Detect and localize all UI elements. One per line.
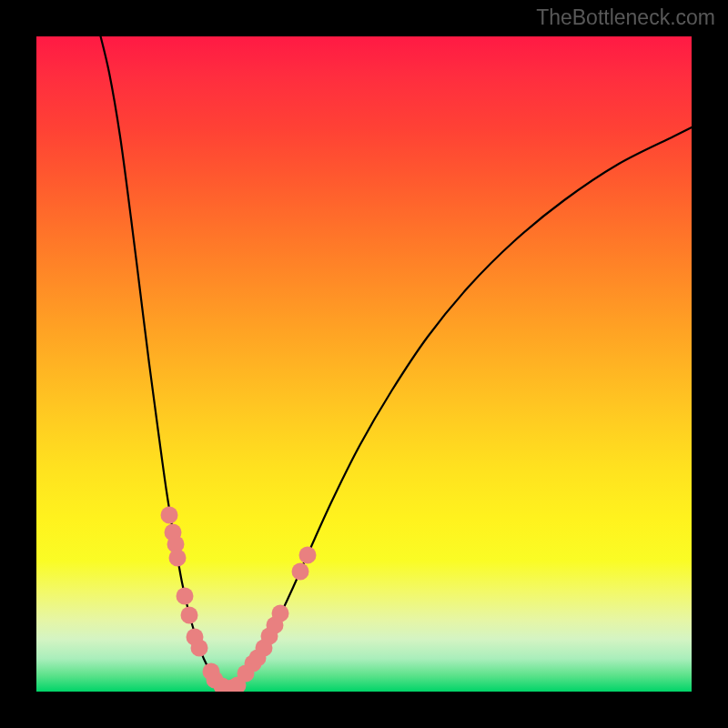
watermark-text: TheBottleneck.com bbox=[536, 5, 715, 30]
sample-marker bbox=[292, 563, 309, 581]
sample-marker bbox=[181, 607, 198, 624]
sample-marker bbox=[191, 640, 208, 657]
sample-markers bbox=[161, 507, 317, 693]
plot-area bbox=[36, 36, 692, 692]
right-branch-line bbox=[228, 127, 692, 690]
chart-frame: TheBottleneck.com bbox=[0, 0, 728, 728]
left-branch-line bbox=[98, 36, 228, 690]
sample-marker bbox=[272, 605, 289, 622]
sample-marker bbox=[169, 550, 187, 567]
sample-marker bbox=[299, 547, 317, 564]
sample-marker bbox=[161, 507, 178, 524]
sample-marker bbox=[177, 588, 194, 605]
curve-canvas bbox=[36, 36, 692, 692]
